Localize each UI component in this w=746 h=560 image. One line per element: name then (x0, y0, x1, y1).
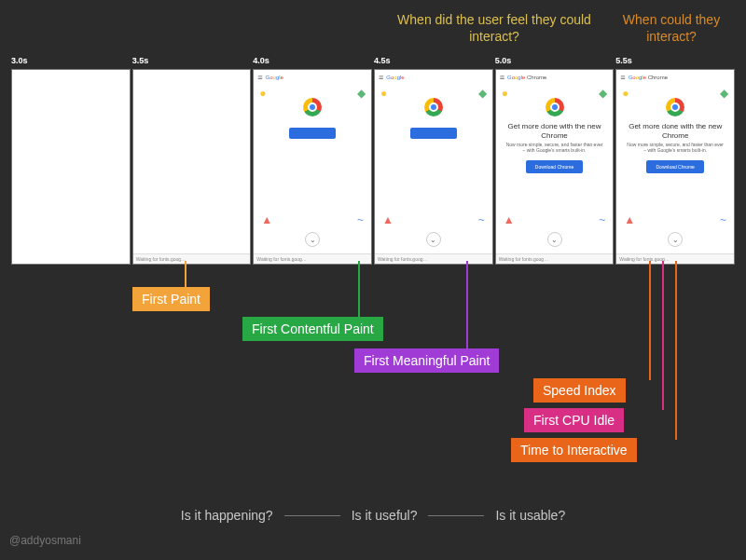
tag-first-meaningful-paint: First Meaningful Paint (354, 348, 499, 373)
menu-icon: ≡ (500, 73, 504, 82)
menu-icon: ≡ (620, 73, 625, 82)
scroll-down-icon: ⌄ (547, 232, 562, 247)
deco-icon: ~ (357, 213, 364, 226)
status-text: Waiting for fonts.goog… (133, 253, 251, 264)
bottom-q-useful: Is it useful? (352, 508, 418, 523)
frame-3: 4.5s ≡ Google ◆ ● ▲ ~ ⌄ Waiting for font… (374, 56, 493, 265)
deco-icon: ~ (720, 213, 726, 226)
hero-subtitle: Now more simple, secure, and faster than… (616, 140, 734, 155)
hero-title: Get more done with the new Chrome (616, 122, 734, 140)
connector-first-paint (185, 261, 186, 289)
download-placeholder-button (289, 128, 336, 139)
deco-icon: ▲ (382, 213, 394, 226)
deco-icon: ▲ (624, 213, 635, 226)
screenshot-blank (11, 69, 131, 265)
bottom-q-usable: Is it usable? (495, 508, 565, 523)
chrome-icon (424, 98, 443, 116)
status-text: Waiting for fonts.goog… (496, 253, 614, 264)
scroll-down-icon: ⌄ (305, 232, 320, 247)
hero-subtitle: Now more simple, secure, and faster than… (496, 140, 614, 155)
screenshot-hero: ≡ Google Chrome ◆ ● Get more done with t… (495, 69, 615, 265)
timestamp-3: 4.5s (374, 56, 493, 65)
status-text: Waiting for fonts.goog… (375, 253, 492, 264)
deco-icon: ▲ (261, 213, 272, 226)
scroll-down-icon: ⌄ (426, 232, 441, 247)
divider-line (284, 515, 340, 516)
chrome-icon (666, 98, 684, 116)
google-logo: Google (386, 75, 404, 80)
connector-fcp (358, 261, 360, 319)
question-could-interact: When could they interact? (606, 11, 737, 45)
menu-icon: ≡ (257, 73, 262, 82)
screenshot-first-paint: Waiting for fonts.goog… (132, 69, 252, 265)
connector-fmp (466, 261, 468, 350)
timeline-row: 3.0s 3.5s Waiting for fonts.goog… 4.0s ≡… (11, 56, 735, 265)
screenshot-fmp: ≡ Google ◆ ● ▲ ~ ⌄ Waiting for fonts.goo… (374, 69, 493, 265)
screenshot-fcp: ≡ Google ◆ ● ▲ ~ ⌄ Waiting for fonts.goo… (253, 69, 372, 265)
timestamp-5: 5.5s (615, 56, 735, 65)
frame-5: 5.5s ≡ Google Chrome ◆ ● Get more done w… (615, 56, 735, 265)
timestamp-0: 3.0s (11, 56, 131, 65)
tag-first-cpu-idle: First CPU Idle (524, 408, 624, 432)
screenshot-interactive: ≡ Google Chrome ◆ ● Get more done with t… (615, 69, 735, 265)
divider-line (428, 515, 484, 516)
frame-4: 5.0s ≡ Google Chrome ◆ ● Get more done w… (495, 56, 615, 265)
deco-icon: ▲ (504, 213, 515, 226)
connector-tti (675, 261, 677, 440)
frame-2: 4.0s ≡ Google ◆ ● ▲ ~ ⌄ Waiting for font… (253, 56, 372, 265)
connector-speed-index (649, 261, 651, 380)
deco-icon: ~ (478, 213, 485, 226)
status-text: Waiting for fonts.goog… (254, 253, 371, 264)
timestamp-4: 5.0s (495, 56, 615, 65)
tag-first-paint: First Paint (132, 287, 210, 311)
hero-title: Get more done with the new Chrome (496, 122, 614, 140)
timestamp-1: 3.5s (132, 56, 252, 65)
chrome-icon (303, 98, 322, 116)
bottom-questions-row: Is it happening? Is it useful? Is it usa… (0, 508, 746, 523)
google-chrome-logo: Google Chrome (629, 75, 668, 80)
frame-1: 3.5s Waiting for fonts.goog… (132, 56, 252, 265)
google-logo: Google (266, 75, 283, 80)
tag-time-to-interactive: Time to Interactive (511, 438, 637, 462)
bottom-q-happening: Is it happening? (181, 508, 273, 523)
download-chrome-button: Download Chrome (646, 160, 703, 173)
chrome-icon (546, 98, 564, 116)
frame-0: 3.0s (11, 56, 131, 265)
tag-first-contentful-paint: First Contentful Paint (242, 317, 383, 341)
download-placeholder-button (410, 128, 457, 139)
download-chrome-button: Download Chrome (526, 160, 583, 173)
tag-speed-index: Speed Index (533, 378, 626, 403)
timestamp-2: 4.0s (253, 56, 372, 65)
connector-first-cpu-idle (662, 261, 664, 410)
question-feel-interact: When did the user feel they could intera… (392, 11, 597, 45)
scroll-down-icon: ⌄ (668, 232, 683, 247)
menu-icon: ≡ (379, 73, 383, 82)
author-credit: @addyosmani (9, 534, 81, 547)
deco-icon: ~ (599, 213, 605, 226)
google-chrome-logo: Google Chrome (507, 75, 546, 80)
